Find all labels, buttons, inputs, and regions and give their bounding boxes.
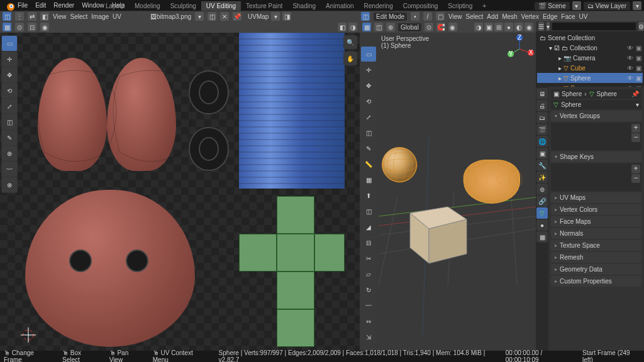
vp-menu-uv[interactable]: UV xyxy=(579,13,588,20)
tab-layout[interactable]: Layout xyxy=(101,1,130,11)
menu-edit[interactable]: Edit xyxy=(31,1,50,10)
tree-scene-collection[interactable]: 🗀Scene Collection xyxy=(537,33,643,43)
mesh-name-field[interactable]: ▽ Sphere ▾ xyxy=(551,100,641,109)
editor-type-3d-icon[interactable]: ◫ xyxy=(361,12,370,21)
outliner-search-input[interactable] xyxy=(552,23,636,30)
uv-snap-icon[interactable]: ⊡ xyxy=(28,23,36,31)
tab-compositing[interactable]: Compositing xyxy=(398,1,443,11)
prop-tab-output[interactable]: 🖨 xyxy=(536,100,548,111)
tab-shading[interactable]: Shading xyxy=(287,1,321,11)
uv-menu-image[interactable]: Image xyxy=(91,13,109,20)
tree-collection[interactable]: ▾☑🗀Collection👁▣ xyxy=(537,43,643,53)
editor-type-uv-icon[interactable]: ◫ xyxy=(3,12,11,21)
prop-tab-texture[interactable]: ▦ xyxy=(536,231,548,243)
tree-item-camera[interactable]: ▸📷Camera👁▣ xyxy=(537,53,643,63)
section-geometry-data[interactable]: Geometry Data xyxy=(551,264,641,275)
section-vertex-groups[interactable]: Vertex Groups xyxy=(551,111,641,121)
vp-menu-view[interactable]: View xyxy=(448,13,462,20)
uvmap-selector[interactable]: UVMap xyxy=(248,13,269,20)
outliner-tree[interactable]: 🗀Scene Collection ▾☑🗀Collection👁▣ ▸📷Came… xyxy=(536,31,644,87)
tab-texture-paint[interactable]: Texture Paint xyxy=(241,1,287,11)
vp-menu-vertex[interactable]: Vertex xyxy=(521,13,539,20)
browse-icon[interactable]: ▾ xyxy=(636,101,639,108)
section-uv-maps[interactable]: UV Maps xyxy=(551,192,641,203)
editor-type-outliner-icon[interactable]: ☰ xyxy=(538,22,544,31)
prop-tab-scene[interactable]: 🎬 xyxy=(536,124,548,135)
tab-animation[interactable]: Animation xyxy=(321,1,358,11)
section-custom-properties[interactable]: Custom Properties xyxy=(551,276,641,287)
image-pin-button[interactable]: 📌 xyxy=(233,12,242,21)
section-vertex-colors[interactable]: Vertex Colors xyxy=(551,204,641,215)
image-unlink-button[interactable]: ✕ xyxy=(220,12,229,21)
viewlayer-selector[interactable]: 🗂View Layer xyxy=(584,2,630,10)
uv-zoom-icon[interactable]: 🔍 xyxy=(343,35,357,49)
tree-item-sphere[interactable]: ▸▽Sphere👁▣ xyxy=(537,73,643,83)
tab-rendering[interactable]: Rendering xyxy=(359,1,398,11)
outliner-filter-toggle-icon[interactable]: ⚙ xyxy=(638,22,644,31)
uv-canvas[interactable] xyxy=(0,33,360,351)
uv-editor[interactable]: ▦ ⊙ ⊡ ◉ ◧ ◑ ▭ ✛ ✥ ⟲ ⤢ ◫ ✎ ⊕ 〰 ⊗ xyxy=(0,21,360,351)
add-button[interactable]: + xyxy=(631,124,640,133)
select-edge-icon[interactable]: / xyxy=(423,12,432,21)
prop-tab-physics[interactable]: ⊚ xyxy=(536,184,548,195)
vp-menu-select[interactable]: Select xyxy=(466,13,484,20)
prop-tab-render[interactable]: 🖥 xyxy=(536,88,548,99)
uv-channels-icon[interactable]: ▾ xyxy=(271,12,280,21)
scene-selector[interactable]: 🎬Scene xyxy=(535,2,569,10)
nav-camera-icon[interactable] xyxy=(519,97,533,111)
prop-tab-object[interactable]: ▣ xyxy=(536,148,548,159)
prop-tab-particles[interactable]: ✨ xyxy=(536,172,548,183)
prop-tab-viewlayer[interactable]: 🗂 xyxy=(536,112,548,123)
vp-menu-face[interactable]: Face xyxy=(561,13,575,20)
uv-pivot-icon[interactable]: ⊙ xyxy=(15,23,24,31)
select-face-icon[interactable]: ▢ xyxy=(436,12,445,21)
image-selector[interactable]: 🖼bitmap3.png xyxy=(150,13,191,20)
vp-menu-edge[interactable]: Edge xyxy=(543,13,557,20)
scene-browse-button[interactable]: ▾ xyxy=(572,1,581,10)
uv-sync-icon[interactable]: ⇄ xyxy=(28,12,36,21)
prop-tab-data[interactable]: ▽ xyxy=(536,207,548,219)
nav-pan-icon[interactable] xyxy=(519,81,533,95)
nav-zoom-icon[interactable] xyxy=(519,65,533,79)
tab-sculpting[interactable]: Sculpting xyxy=(165,1,201,11)
section-texture-space[interactable]: Texture Space xyxy=(551,240,641,251)
uv-vertex-mode-icon[interactable]: ⋮ xyxy=(15,12,24,21)
viewlayer-browse-button[interactable]: ▾ xyxy=(633,1,641,10)
tab-scripting[interactable]: Scripting xyxy=(443,1,477,11)
uv-menu-uv[interactable]: UV xyxy=(113,13,121,20)
tab-modeling[interactable]: Modeling xyxy=(130,1,165,11)
nav-gizmo[interactable]: X Y Z xyxy=(506,35,533,63)
tree-item-cube[interactable]: ▸▽Cube👁▣ xyxy=(537,63,643,73)
uv-menu-view[interactable]: View xyxy=(53,13,67,20)
remove-button[interactable]: − xyxy=(631,133,640,142)
nav-perspective-icon[interactable] xyxy=(519,112,533,126)
uv-sticky-icon[interactable]: ◧ xyxy=(40,12,49,21)
mesh-sphere[interactable] xyxy=(382,147,417,182)
vp-menu-mesh[interactable]: Mesh xyxy=(502,13,517,20)
tab-uv-editing[interactable]: UV Editing xyxy=(201,1,241,11)
add-button[interactable]: + xyxy=(631,165,640,173)
prop-tab-constraints[interactable]: 🔗 xyxy=(536,195,548,207)
remove-button[interactable]: − xyxy=(631,174,640,183)
prop-tab-world[interactable]: 🌐 xyxy=(536,136,548,147)
uv-proportional-icon[interactable]: ◉ xyxy=(40,23,49,31)
image-browse-button[interactable]: ▾ xyxy=(195,12,204,21)
section-face-maps[interactable]: Face Maps xyxy=(551,216,641,227)
3d-viewport[interactable]: ▦ ◫ ⊕ Global ⊙ 🧲 ◉ ◑ ▣ ⊞ ● ◐ ◉ User Pers… xyxy=(360,21,536,351)
uv-sidebar-toggle-icon[interactable]: ◨ xyxy=(282,12,291,21)
section-remesh[interactable]: Remesh xyxy=(551,252,641,263)
pin-icon[interactable]: 📌 xyxy=(631,90,639,97)
mode-selector[interactable]: Edit Mode xyxy=(374,13,407,21)
uv-menu-select[interactable]: Select xyxy=(70,13,88,20)
tab-add[interactable]: + xyxy=(477,1,491,11)
select-vertex-icon[interactable]: • xyxy=(411,12,419,21)
vp-menu-add[interactable]: Add xyxy=(487,13,498,20)
uv-overlay-icon[interactable]: ◑ xyxy=(348,23,357,31)
uv-display-icon[interactable]: ◧ xyxy=(338,23,347,31)
prop-tab-modifiers[interactable]: 🔧 xyxy=(536,160,548,171)
uv-cursor-icon[interactable]: ▦ xyxy=(3,23,11,31)
image-new-button[interactable]: ◫ xyxy=(208,12,216,21)
prop-tab-material[interactable]: ● xyxy=(536,219,548,231)
section-normals[interactable]: Normals xyxy=(551,228,641,239)
menu-render[interactable]: Render xyxy=(50,1,78,10)
